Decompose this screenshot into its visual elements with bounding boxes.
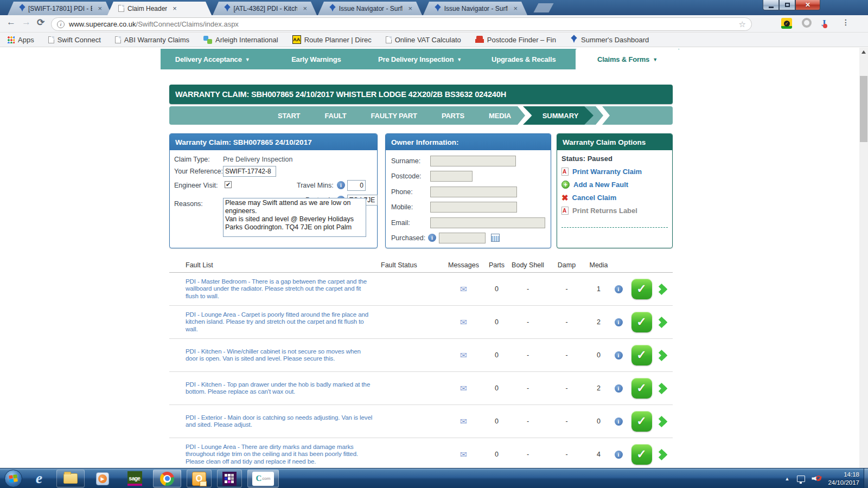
tab-close-icon[interactable]: × bbox=[513, 4, 518, 12]
fault-info-icon[interactable]: i bbox=[615, 384, 623, 393]
step-start[interactable]: START bbox=[278, 112, 300, 120]
nav-tab-early-warnings[interactable]: Early Warnings bbox=[264, 49, 368, 69]
add-new-fault-link[interactable]: +Add a New Fault bbox=[561, 181, 672, 189]
taskbar-ie[interactable]: e bbox=[28, 470, 50, 487]
minimize-button[interactable] bbox=[763, 0, 779, 10]
taskbar-grid-app[interactable] bbox=[217, 470, 242, 487]
fault-description-link[interactable]: PDI - Master Bedroom - There is a gap be… bbox=[169, 275, 381, 304]
network-icon[interactable] bbox=[797, 476, 805, 482]
maximize-button[interactable] bbox=[779, 0, 795, 10]
engineer-visit-checkbox[interactable]: ✔ bbox=[225, 181, 232, 188]
fault-open-arrow-icon[interactable] bbox=[656, 382, 667, 394]
new-tab-button[interactable] bbox=[533, 3, 553, 12]
step-parts[interactable]: PARTS bbox=[442, 112, 464, 120]
owner-postcode-input[interactable] bbox=[430, 171, 473, 182]
nav-tab-claims-forms[interactable]: Claims & Forms▼ bbox=[576, 49, 679, 69]
messages-envelope-icon[interactable]: ✉ bbox=[443, 350, 484, 361]
extension-icon-2[interactable] bbox=[802, 18, 812, 28]
fault-info-icon[interactable]: i bbox=[615, 418, 623, 426]
bookmark-arleigh[interactable]: Arleigh International bbox=[203, 35, 278, 44]
show-desktop-button[interactable] bbox=[864, 468, 868, 488]
print-warranty-claim-link[interactable]: Print Warranty Claim bbox=[561, 168, 672, 176]
address-bar[interactable]: i www.supercare.co.uk/SwiftConnect/Claim… bbox=[51, 17, 752, 31]
bookmark-summers-dashboard[interactable]: Summer's Dashboard bbox=[570, 36, 649, 44]
fault-description-link[interactable]: PDI - Kitchen - Wine/chiller cabinet is … bbox=[169, 345, 381, 366]
messages-envelope-icon[interactable]: ✉ bbox=[443, 317, 484, 328]
reload-button[interactable]: ⟳ bbox=[37, 17, 44, 28]
bookmark-apps[interactable]: Apps bbox=[8, 36, 34, 44]
fault-info-icon[interactable]: i bbox=[615, 451, 623, 459]
messages-envelope-icon[interactable]: ✉ bbox=[443, 416, 484, 427]
taskbar-chrome-active[interactable] bbox=[153, 470, 181, 487]
fault-description-link[interactable]: PDI - Lounge Area - There are dirty mark… bbox=[169, 440, 381, 468]
fault-open-arrow-icon[interactable] bbox=[656, 316, 667, 328]
fault-open-arrow-icon[interactable] bbox=[656, 349, 667, 361]
browser-tab-3[interactable]: [ATL-4362] PDI - Kitchen × bbox=[213, 2, 317, 15]
bookmark-star-icon[interactable]: ☆ bbox=[739, 20, 746, 29]
vertical-scrollbar[interactable] bbox=[859, 48, 868, 468]
fault-complete-button[interactable]: ✓ bbox=[631, 444, 652, 465]
browser-tab-2-active[interactable]: Claim Header × bbox=[107, 2, 212, 15]
fault-info-icon[interactable]: i bbox=[615, 351, 623, 359]
tab-close-icon[interactable]: × bbox=[98, 4, 102, 12]
phone-input[interactable] bbox=[430, 187, 517, 197]
email-input[interactable] bbox=[430, 217, 545, 228]
taskbar-outlook[interactable]: O bbox=[187, 470, 212, 487]
fault-complete-button[interactable]: ✓ bbox=[631, 345, 652, 365]
calendar-icon[interactable] bbox=[491, 234, 500, 242]
page-info-icon[interactable]: i bbox=[57, 21, 65, 28]
bookmark-swift-connect[interactable]: Swift Connect bbox=[48, 36, 101, 44]
purchased-info-icon[interactable]: i bbox=[428, 234, 436, 242]
scroll-up-arrow[interactable] bbox=[861, 50, 866, 54]
fault-open-arrow-icon[interactable] bbox=[656, 415, 667, 427]
taskbar-sage[interactable]: sage bbox=[123, 470, 146, 487]
start-button[interactable] bbox=[3, 470, 23, 487]
bookmark-postcode-finder[interactable]: Postcode Finder – Fin bbox=[475, 36, 556, 44]
bookmark-vat-calculator[interactable]: Online VAT Calculato bbox=[386, 36, 461, 44]
messages-envelope-icon[interactable]: ✉ bbox=[443, 383, 484, 394]
bookmark-route-planner[interactable]: AARoute Planner | Direc bbox=[292, 35, 372, 44]
volume-muted-icon[interactable] bbox=[812, 475, 820, 483]
browser-menu-icon[interactable]: ⋮ bbox=[842, 18, 850, 27]
browser-tab-1[interactable]: [SWIFT-17801] PDI - Exte × bbox=[8, 2, 112, 15]
close-button[interactable]: ✕ bbox=[795, 0, 820, 10]
bookmark-abi-warranty[interactable]: ABI Warranty Claims bbox=[115, 36, 189, 44]
tab-close-icon[interactable]: × bbox=[303, 4, 307, 12]
tab-close-icon[interactable]: × bbox=[408, 4, 412, 12]
extension-icon-1[interactable]: ✓ bbox=[781, 18, 792, 29]
fault-open-arrow-icon[interactable] bbox=[656, 448, 667, 460]
fault-description-link[interactable]: PDI - Kitchen - Top pan drawer under the… bbox=[169, 378, 381, 399]
tab-close-icon[interactable]: × bbox=[173, 4, 177, 12]
travel-info-icon[interactable]: i bbox=[337, 181, 345, 189]
tray-expand-icon[interactable]: ▲ bbox=[785, 476, 790, 481]
browser-tab-5[interactable]: Issue Navigator - Surfba × bbox=[423, 2, 527, 15]
fault-info-icon[interactable]: i bbox=[615, 318, 623, 326]
step-media[interactable]: MEDIA bbox=[489, 112, 511, 120]
step-summary-active[interactable]: SUMMARY bbox=[523, 106, 593, 125]
taskbar-clock[interactable]: 14:18 24/10/2017 bbox=[828, 471, 859, 487]
messages-envelope-icon[interactable]: ✉ bbox=[443, 450, 484, 460]
scrollbar-thumb[interactable] bbox=[860, 76, 867, 142]
surname-input[interactable] bbox=[430, 156, 516, 166]
fault-complete-button[interactable]: ✓ bbox=[631, 279, 652, 299]
taskbar-explorer[interactable] bbox=[56, 470, 85, 487]
fault-info-icon[interactable]: i bbox=[615, 285, 623, 293]
back-button[interactable]: ← bbox=[7, 17, 16, 28]
browser-tab-4[interactable]: Issue Navigator - Surfba × bbox=[318, 2, 422, 15]
fault-complete-button[interactable]: ✓ bbox=[631, 378, 652, 399]
nav-tab-delivery-acceptance[interactable]: Delivery Acceptance▼ bbox=[161, 49, 264, 69]
nav-tab-pre-delivery-inspection[interactable]: Pre Delivery Inspection▼ bbox=[368, 49, 471, 69]
reasons-textarea[interactable]: Please may Swift attend as we are low on… bbox=[223, 198, 366, 237]
travel-mins-input[interactable] bbox=[347, 180, 366, 191]
step-faulty-part[interactable]: FAULTY PART bbox=[371, 112, 417, 120]
fault-open-arrow-icon[interactable] bbox=[656, 283, 667, 294]
extension-phone-icon[interactable]: J bbox=[821, 18, 826, 28]
cancel-claim-link[interactable]: ✖Cancel Claim bbox=[561, 194, 672, 202]
mobile-input[interactable] bbox=[430, 202, 517, 213]
fault-complete-button[interactable]: ✓ bbox=[631, 411, 652, 432]
messages-envelope-icon[interactable]: ✉ bbox=[443, 284, 484, 294]
fault-description-link[interactable]: PDI - Exterior - Main door is catching s… bbox=[169, 411, 381, 432]
step-fault[interactable]: FAULT bbox=[325, 112, 347, 120]
fault-complete-button[interactable]: ✓ bbox=[631, 312, 652, 332]
taskbar-media-player[interactable]: ▶ bbox=[90, 470, 115, 487]
